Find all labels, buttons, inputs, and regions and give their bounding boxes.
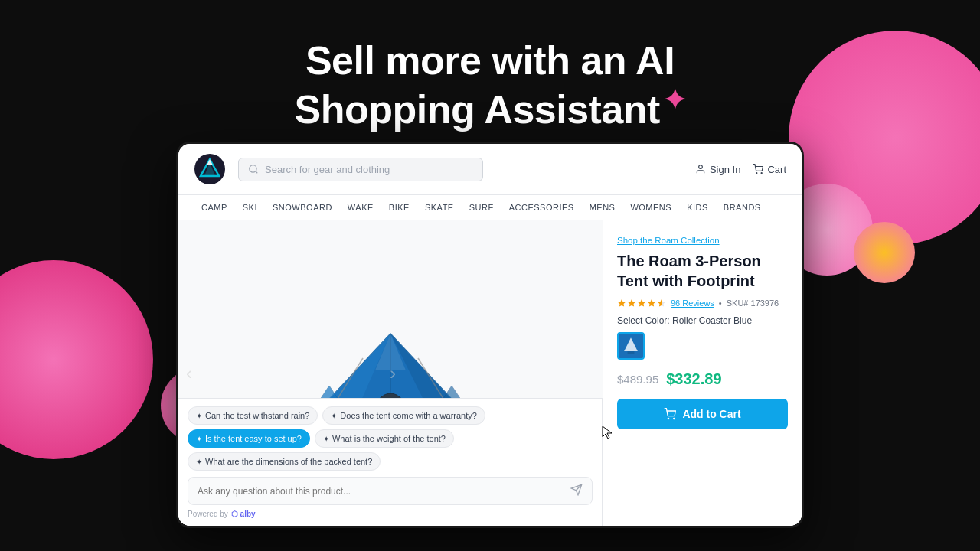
star-5-half [657, 298, 666, 308]
svg-point-4 [250, 165, 256, 172]
svg-marker-20 [618, 299, 626, 307]
hero-section: Sell more with an AI Shopping Assistant✦ [0, 38, 980, 133]
search-bar[interactable]: Search for gear and clothing [238, 158, 483, 181]
chat-send-button[interactable] [570, 484, 583, 498]
product-detail-panel: Shop the Roam Collection The Roam 3-Pers… [603, 220, 802, 526]
svg-rect-27 [628, 351, 635, 354]
sku-text: • [719, 298, 722, 308]
chip-sparkle-icon-3: ✦ [323, 435, 329, 443]
nav-kids[interactable]: KIDS [679, 195, 716, 220]
store-nav: CAMP SKI SNOWBOARD WAKE BIKE SKATE SURF … [178, 195, 802, 220]
chip-sparkle-icon-4: ✦ [196, 458, 202, 466]
star-4 [647, 298, 656, 308]
ai-sparkle-icon: ✦ [663, 84, 686, 116]
svg-point-8 [762, 173, 763, 174]
star-rating [617, 298, 666, 308]
next-image-arrow[interactable]: › [390, 363, 396, 384]
powered-by-row: Powered by ⬡ alby [188, 510, 593, 518]
nav-surf[interactable]: SURF [462, 195, 501, 220]
hero-line2: Shopping Assistant✦ [0, 84, 980, 133]
svg-marker-22 [638, 299, 645, 307]
color-name: Roller Coaster Blue [672, 315, 752, 326]
hero-line1: Sell more with an AI [0, 38, 980, 84]
send-icon [570, 484, 583, 496]
svg-marker-21 [628, 299, 635, 307]
svg-point-28 [668, 418, 669, 419]
nav-brands[interactable]: BRANDS [716, 195, 769, 220]
color-swatch-blue[interactable] [617, 332, 645, 360]
prev-image-arrow[interactable]: ‹ [186, 363, 192, 384]
reviews-link[interactable]: 96 Reviews [671, 298, 714, 308]
signin-button[interactable]: Sign In [695, 164, 740, 175]
svg-point-29 [674, 418, 675, 419]
chat-input[interactable] [198, 486, 564, 497]
suggestion-chip-4[interactable]: ✦ What are the dimensions of the packed … [188, 452, 381, 471]
chip-sparkle-icon: ✦ [196, 412, 202, 420]
svg-point-7 [756, 173, 757, 174]
nav-wake[interactable]: WAKE [340, 195, 381, 220]
device-frame: Search for gear and clothing Sign In Car… [176, 142, 804, 528]
store-ui: Search for gear and clothing Sign In Car… [178, 144, 802, 526]
sku-number: SKU# 173976 [727, 298, 779, 308]
search-placeholder-text: Search for gear and clothing [265, 164, 390, 175]
nav-mens[interactable]: MENS [582, 195, 623, 220]
chip-sparkle-icon-1: ✦ [331, 412, 337, 420]
nav-skate[interactable]: SKATE [417, 195, 462, 220]
search-icon [248, 164, 259, 174]
product-title: The Roam 3-Person Tent with Footprint [617, 251, 788, 291]
store-content: Roam Plus ‹ › Shop the Roam Collection T… [178, 220, 802, 526]
store-header: Search for gear and clothing Sign In Car… [178, 144, 802, 195]
original-price: $489.95 [617, 373, 658, 386]
cart-btn-icon [664, 408, 676, 420]
cart-icon [753, 164, 763, 174]
suggestion-chip-0[interactable]: ✦ Can the test withstand rain? [188, 406, 318, 425]
star-2 [627, 298, 636, 308]
chip-sparkle-icon-2: ✦ [196, 435, 202, 443]
rating-row: 96 Reviews • SKU# 173976 [617, 298, 788, 308]
svg-marker-23 [648, 299, 655, 307]
user-icon [695, 164, 706, 174]
nav-bike[interactable]: BIKE [381, 195, 417, 220]
cart-button[interactable]: Cart [753, 164, 786, 175]
sale-price: $332.89 [666, 370, 721, 388]
suggestion-chip-3[interactable]: ✦ What is the weight of the tent? [315, 429, 454, 448]
star-1 [617, 298, 626, 308]
blob-right-small2 [854, 222, 915, 283]
nav-accessories[interactable]: ACCESSORIES [501, 195, 582, 220]
nav-snowboard[interactable]: SNOWBOARD [265, 195, 340, 220]
add-to-cart-button[interactable]: Add to Cart [617, 399, 788, 429]
ai-chat-widget: ✦ Can the test withstand rain? ✦ Does th… [178, 398, 603, 526]
suggestion-chip-1[interactable]: ✦ Does the tent come with a warranty? [322, 406, 485, 425]
nav-ski[interactable]: SKI [235, 195, 265, 220]
store-logo [194, 153, 226, 185]
nav-camp[interactable]: CAMP [194, 195, 235, 220]
chat-suggestions: ✦ Can the test withstand rain? ✦ Does th… [188, 406, 593, 471]
alby-brand: ⬡ alby [231, 510, 256, 518]
price-row: $489.95 $332.89 [617, 370, 788, 388]
swatch-tent-icon [619, 334, 643, 358]
svg-marker-24 [658, 299, 665, 307]
nav-womens[interactable]: WOMENS [622, 195, 679, 220]
color-swatch-row [617, 332, 788, 360]
suggestion-chip-2[interactable]: ✦ Is the tent easy to set up? [188, 429, 310, 448]
collection-link[interactable]: Shop the Roam Collection [617, 236, 788, 245]
chat-input-row [188, 477, 593, 505]
star-3 [637, 298, 646, 308]
blob-left-large [0, 260, 153, 459]
logo-area [194, 153, 226, 185]
color-label: Select Color: Roller Coaster Blue [617, 315, 788, 326]
svg-point-6 [699, 165, 703, 169]
header-actions: Sign In Cart [695, 164, 786, 175]
svg-line-5 [256, 171, 258, 174]
